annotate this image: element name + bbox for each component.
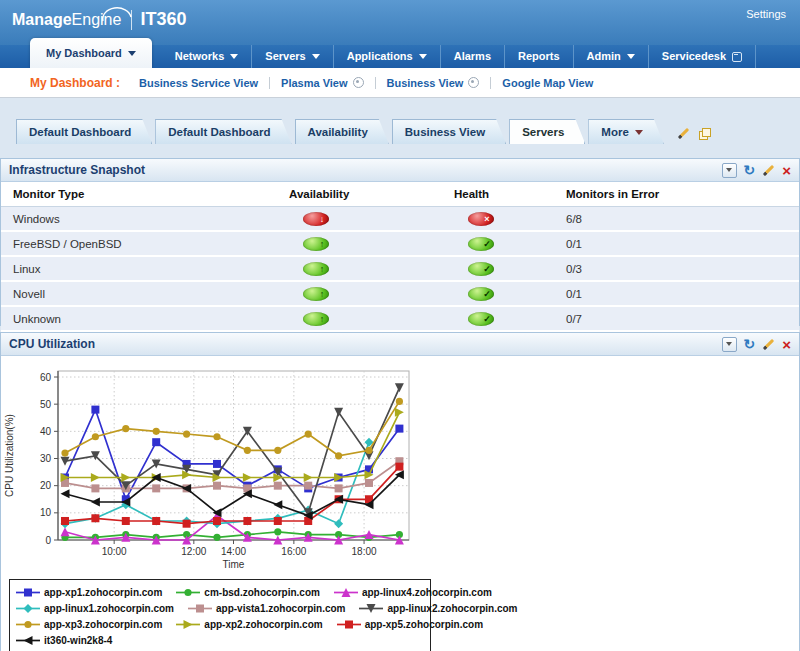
svg-text:50: 50 [40, 399, 52, 410]
svg-text:12:00: 12:00 [181, 546, 206, 557]
legend-label: cm-bsd.zohocorpin.com [204, 587, 320, 598]
chevron-down-icon [312, 54, 320, 59]
nav-item-admin[interactable]: Admin [574, 45, 649, 68]
availability-up-icon: ↑ [303, 237, 329, 251]
legend-marker-icon [176, 619, 200, 630]
legend-item-cm-bsd-zohocorpin-com: cm-bsd.zohocorpin.com [176, 587, 320, 598]
nav-item-servers[interactable]: Servers [252, 45, 333, 68]
svg-text:14:00: 14:00 [221, 546, 246, 557]
dashboard-tab-default-dashboard-1[interactable]: Default Dashboard [155, 119, 291, 144]
nav-item-label: Applications [347, 45, 413, 68]
monitor-type: Novell [1, 288, 289, 300]
settings-link[interactable]: Settings [746, 8, 786, 20]
popup-window-icon [353, 77, 364, 88]
dashboard-tab-more-5[interactable]: More [588, 119, 663, 144]
brand-manage: Manage [12, 11, 72, 28]
chevron-down-icon [419, 54, 427, 59]
nav-item-my-dashboard[interactable]: My Dashboard [30, 38, 152, 68]
health-ok-icon: ✓ [468, 287, 494, 301]
edit-icon[interactable] [762, 169, 775, 172]
legend-item-app-linux4-zohocorpin-com: app-linux4.zohocorpin.com [334, 587, 492, 598]
svg-text:0: 0 [45, 535, 51, 546]
monitor-type: FreeBSD / OpenBSD [1, 238, 289, 250]
nav-item-servicedesk[interactable]: Servicedesk [649, 45, 756, 68]
legend-marker-icon [16, 603, 40, 614]
legend-item-app-vista1-zohocorpin-com: app-vista1.zohocorpin.com [188, 603, 345, 614]
copy-dashboard-icon[interactable] [699, 128, 710, 139]
collapse-icon[interactable] [722, 337, 737, 352]
legend-row: app-xp1.zohocorpin.comcm-bsd.zohocorpin.… [16, 584, 424, 600]
subnav-link-google-map-view[interactable]: Google Map View [490, 77, 604, 89]
legend-marker-icon [176, 587, 200, 598]
infra-row-windows: Windows↓×6/8 [1, 207, 799, 232]
sub-nav: My Dashboard : Business Service ViewPlas… [0, 68, 800, 98]
edit-icon[interactable] [762, 343, 775, 346]
legend-marker-icon [16, 635, 40, 646]
legend-item-app-xp3-zohocorpin-com: app-xp3.zohocorpin.com [16, 619, 162, 630]
availability-down-icon: ↓ [303, 212, 329, 226]
dashboard-tab-default-dashboard-0[interactable]: Default Dashboard [16, 119, 152, 144]
logo-swirl-icon [100, 1, 134, 27]
column-header-availability: Availability [289, 188, 454, 200]
dashboard-tab-servers-4[interactable]: Servers [509, 119, 585, 144]
svg-text:20: 20 [40, 480, 52, 491]
nav-item-reports[interactable]: Reports [505, 45, 574, 68]
legend-label: app-xp5.zohocorpin.com [365, 619, 483, 630]
chevron-down-icon [230, 54, 238, 59]
monitors-in-error: 0/1 [566, 288, 799, 300]
close-icon[interactable]: × [782, 164, 791, 177]
health-ok-icon: ✓ [468, 237, 494, 251]
chevron-down-icon [128, 51, 136, 56]
close-icon[interactable]: × [782, 338, 791, 351]
infra-table-header: Monitor TypeAvailabilityHealthMonitors i… [1, 182, 799, 207]
infra-panel-icons: ↻× [722, 163, 792, 178]
dashboard-tab-label: Default Dashboard [29, 120, 131, 144]
svg-text:10:00: 10:00 [102, 546, 127, 557]
it360-dashboard: ManageEngineIT360 Settings My DashboardN… [0, 0, 800, 651]
monitor-type: Windows [1, 213, 289, 225]
legend-row: it360-win2k8-4 [16, 632, 424, 648]
legend-item-app-linux1-zohocorpin-com: app-linux1.zohocorpin.com [16, 603, 174, 614]
edit-dashboard-icon[interactable] [678, 128, 689, 139]
legend-label: app-linux2.zohocorpin.com [387, 603, 517, 614]
svg-text:18:00: 18:00 [352, 546, 377, 557]
dashboard-tab-business-view-3[interactable]: Business View [392, 119, 506, 144]
health-ok-icon: ✓ [468, 262, 494, 276]
column-header-monitors-in-error: Monitors in Error [566, 188, 799, 200]
legend-label: app-linux4.zohocorpin.com [362, 587, 492, 598]
nav-item-alarms[interactable]: Alarms [441, 45, 505, 68]
product-name: IT360 [140, 9, 186, 29]
nav-item-applications[interactable]: Applications [334, 45, 441, 68]
subnav-link-business-service-view[interactable]: Business Service View [128, 77, 269, 89]
dashboard-tab-label: Default Dashboard [168, 120, 270, 144]
infra-row-linux: Linux↑✓0/3 [1, 257, 799, 282]
external-window-icon [732, 52, 742, 62]
chevron-down-icon [627, 54, 635, 59]
availability-up-icon: ↑ [303, 262, 329, 276]
dashboard-tab-label: Availability [308, 120, 368, 144]
popup-window-icon [468, 77, 479, 88]
legend-marker-icon [188, 603, 212, 614]
refresh-icon[interactable]: ↻ [744, 338, 756, 351]
manageengine-logo: ManageEngineIT360 [12, 9, 186, 30]
pencil-icon [763, 338, 774, 349]
subnav-title: My Dashboard : [30, 76, 120, 90]
svg-text:60: 60 [40, 372, 52, 383]
subnav-link-business-view[interactable]: Business View [375, 77, 491, 89]
collapse-icon[interactable] [722, 163, 737, 178]
subnav-link-plasma-view[interactable]: Plasma View [269, 77, 374, 89]
refresh-icon[interactable]: ↻ [744, 164, 756, 177]
legend-row: app-linux1.zohocorpin.comapp-vista1.zoho… [16, 600, 424, 616]
svg-text:Time: Time [223, 559, 245, 570]
dashboard-tab-availability-2[interactable]: Availability [295, 119, 389, 144]
nav-item-networks[interactable]: Networks [162, 45, 253, 68]
subnav-link-label: Business Service View [139, 77, 258, 89]
health-error-icon: × [468, 212, 494, 226]
dashboard-tab-actions [677, 128, 710, 139]
subnav-link-label: Google Map View [502, 77, 593, 89]
infra-row-unknown: Unknown↑✓0/7 [1, 307, 799, 332]
infrastructure-snapshot-panel: Infrastructure Snapshot ↻× Monitor TypeA… [0, 158, 800, 326]
svg-text:10: 10 [40, 507, 52, 518]
dashboard-tab-bar: Default DashboardDefault DashboardAvaila… [16, 119, 710, 144]
infra-row-novell: Novell↑✓0/1 [1, 282, 799, 307]
